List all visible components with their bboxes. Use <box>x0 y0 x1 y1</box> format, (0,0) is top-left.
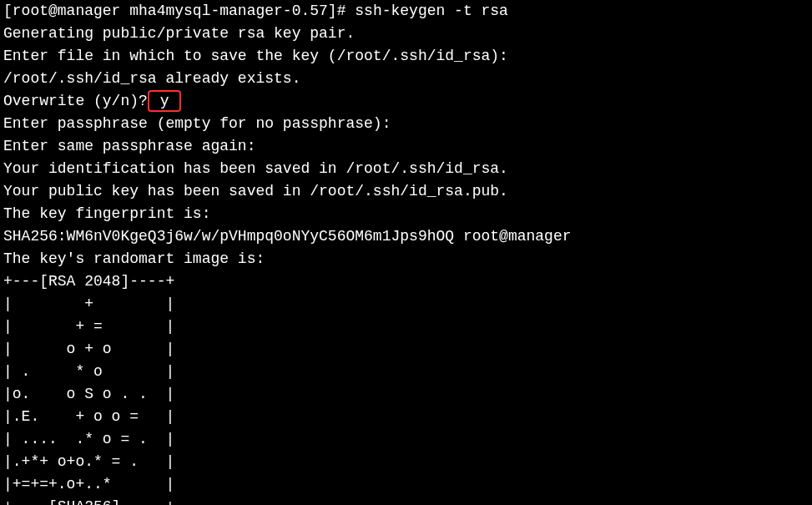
output-line: Overwrite (y/n)? <box>3 93 148 109</box>
randomart-line: | . * o | <box>3 363 174 380</box>
fingerprint-line: SHA256:WM6nV0KgeQ3j6w/w/pVHmpq0oNYyC56OM… <box>3 228 572 245</box>
randomart-line: | + | <box>3 295 174 312</box>
user-input-y: y <box>160 93 169 109</box>
randomart-line: | + = | <box>3 318 174 335</box>
output-line: /root/.ssh/id_rsa already exists. <box>3 70 300 87</box>
output-line: Enter file in which to save the key (/ro… <box>3 48 508 64</box>
output-line: Your public key has been saved in /root/… <box>3 183 508 199</box>
output-line: Enter passphrase (empty for no passphras… <box>3 115 391 132</box>
randomart-line: |o. o S o . . | <box>3 386 174 402</box>
output-line: The key's randomart image is: <box>3 250 265 267</box>
output-line: Generating public/private rsa key pair. <box>3 25 355 42</box>
output-line: The key fingerprint is: <box>3 205 210 222</box>
randomart-line: +---[RSA 2048]----+ <box>3 273 174 290</box>
command-text: ssh-keygen -t rsa <box>355 3 508 19</box>
randomart-line: |.+*+ o+o.* = . | <box>3 453 174 470</box>
randomart-line: | o + o | <box>3 341 174 357</box>
randomart-line: | .... .* o = . | <box>3 431 174 447</box>
shell-prompt: [root@manager mha4mysql-manager-0.57]# <box>3 3 355 19</box>
output-line: Your identification has been saved in /r… <box>3 160 508 177</box>
randomart-line: |+=+=+.o+..* | <box>3 476 174 492</box>
randomart-line: |.E. + o o = | <box>3 408 174 425</box>
highlight-annotation: y <box>148 90 181 112</box>
terminal-output[interactable]: [root@manager mha4mysql-manager-0.57]# s… <box>0 0 812 505</box>
randomart-line: +----[SHA256]-----+ <box>3 498 174 505</box>
output-line: Enter same passphrase again: <box>3 138 255 154</box>
